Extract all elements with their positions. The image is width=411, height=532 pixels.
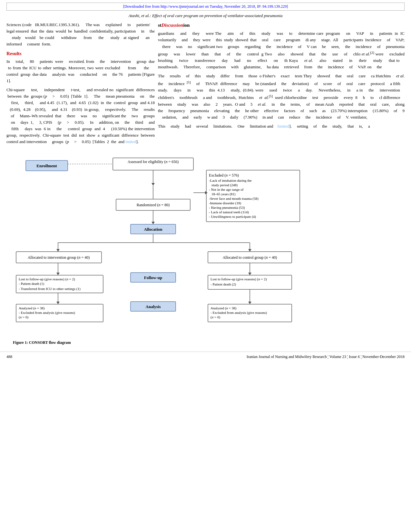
- journal-title-text: Atashi, et al.: Effect of oral care prog…: [129, 13, 283, 18]
- results-heading: Results: [6, 51, 155, 56]
- journal-footer-info: Iranian Journal of Nursing and Midwifery…: [247, 354, 405, 359]
- svg-text:-Immune disorder (18): -Immune disorder (18): [209, 201, 241, 205]
- svg-text:- Excluded from analysis (give: - Excluded from analysis (give reasons): [19, 311, 75, 315]
- page-footer: 488 Iranian Journal of Nursing and Midwi…: [0, 352, 411, 362]
- analysis-label: Analysis: [146, 304, 161, 309]
- results-paragraph-1: In total, 80 patients were recruited. fr…: [6, 58, 155, 84]
- page-number: 488: [6, 354, 12, 359]
- consort-diagram: Enrollment Assessed for eligibility (n =…: [6, 151, 405, 338]
- enrollment-label: Enrollment: [36, 163, 57, 168]
- discussion-heading: stDiscussionion: [158, 23, 190, 28]
- journal-article-title: Atashi, et al.: Effect of oral care prog…: [6, 13, 405, 18]
- svg-text:18–65 years (81): 18–65 years (81): [211, 192, 236, 196]
- randomized-text: Randomized (n = 80): [137, 203, 170, 207]
- excluded-title: Excluded (n = 576): [209, 173, 239, 178]
- alloc-control-text: Allocated to control group (n = 40): [223, 255, 277, 260]
- discussion-paragraph-2: The results of this study differ from th…: [158, 73, 405, 121]
- right-column: stDiscussionion guardians and they were …: [158, 22, 405, 148]
- analyzed-control-title: Analyzed (n = 38): [210, 306, 237, 310]
- svg-text:-Sever face and mouth trauma (: -Sever face and mouth trauma (58): [209, 197, 259, 201]
- svg-marker-32: [248, 273, 251, 275]
- svg-text:(n = 0): (n = 0): [210, 315, 220, 319]
- svg-marker-40: [56, 302, 60, 304]
- svg-marker-19: [152, 222, 155, 224]
- discussion-paragraph-3: This study had several limitations. One …: [158, 123, 405, 130]
- svg-text:- Excluded from analysis (give: - Excluded from analysis (give reasons): [210, 311, 267, 315]
- svg-text:- Patient death (2): - Patient death (2): [210, 282, 236, 286]
- followup-label: Follow-up: [144, 275, 162, 280]
- discussion-heading-para: stDiscussionion: [158, 22, 405, 29]
- svg-marker-3: [152, 183, 155, 186]
- svg-marker-30: [56, 273, 60, 275]
- intro-paragraph: Sciences (code IR.MUI.REC.1395.3.361). T…: [6, 22, 155, 48]
- discussion-paragraph-1: guardians and they were The aim of this …: [158, 30, 405, 70]
- consort-figure-area: Enrollment Assessed for eligibility (n =…: [0, 151, 411, 345]
- svg-text:study period (248): study period (248): [211, 183, 238, 187]
- svg-text:- Not in the age range of: - Not in the age range of: [209, 188, 244, 191]
- banner-text: [Downloaded free from http://www.ijnmrjo…: [123, 4, 288, 9]
- svg-marker-26: [248, 249, 251, 252]
- svg-text:-Lack of intubation during the: -Lack of intubation during the: [209, 179, 252, 182]
- svg-marker-24: [56, 249, 60, 252]
- svg-marker-42: [248, 302, 251, 304]
- lost-intervention-title: Lost to follow-up (give reasons) (n = 2): [19, 277, 75, 281]
- allocation-label: Allocation: [144, 227, 162, 232]
- svg-text:(n = 0): (n = 0): [19, 315, 28, 319]
- svg-text:- Transferred from ICU to othe: - Transferred from ICU to other settings…: [19, 287, 81, 291]
- analyzed-intervention-title: Analyzed (n = 38): [19, 306, 45, 310]
- svg-text:- Patient death (1): - Patient death (1): [19, 282, 44, 286]
- svg-rect-4: [206, 170, 300, 222]
- alloc-intervention-text: Allocated to intervention group (n = 40): [28, 255, 90, 260]
- lost-control-title: Lost to follow-up (give reasons) (n = 2): [210, 277, 267, 281]
- page-body: Sciences (code IR.MUI.REC.1395.3.361). T…: [0, 22, 411, 148]
- results-paragraph-2: Chi-square test, independent t-test, and…: [6, 87, 155, 145]
- figure-caption: Figure 1: CONSORT flow diagram: [6, 340, 405, 345]
- left-column: Sciences (code IR.MUI.REC.1395.3.361). T…: [6, 22, 155, 148]
- download-banner: [Downloaded free from http://www.ijnmrjo…: [6, 3, 405, 11]
- svg-text:- Having pneumonia (53): - Having pneumonia (53): [209, 206, 245, 210]
- svg-text:- Unwillingness to participate: - Unwillingness to participate (4): [209, 215, 256, 219]
- svg-text:- Lack of natural teeth (114): - Lack of natural teeth (114): [209, 210, 249, 214]
- assessed-text: Assessed for eligibility (n = 656): [128, 160, 179, 164]
